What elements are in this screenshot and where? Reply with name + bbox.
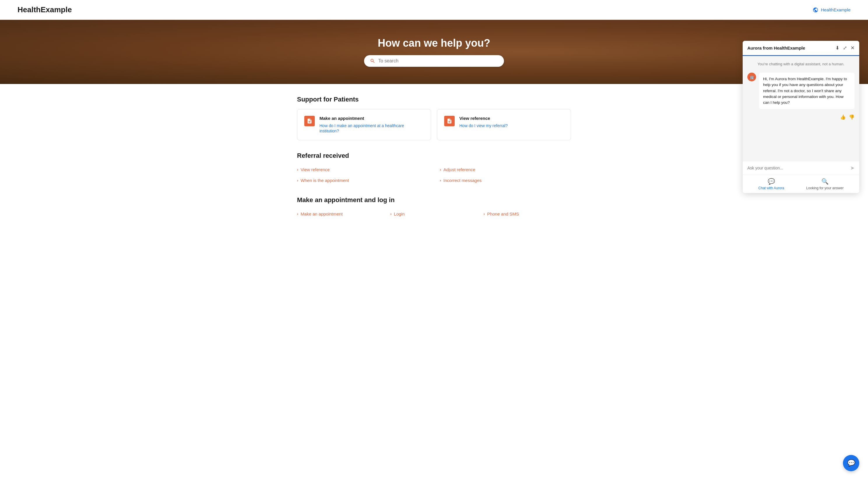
search-input[interactable] xyxy=(378,58,498,64)
header-nav-label[interactable]: HealthExample xyxy=(821,7,850,12)
chevron-icon-2: › xyxy=(440,168,441,172)
chat-header-actions: ⬇ ⤢ ✕ xyxy=(835,45,855,51)
chevron-icon-6: › xyxy=(390,212,392,216)
header-nav-link[interactable]: HealthExample xyxy=(813,7,850,13)
card-content-appointment: Make an appointment How do I make an app… xyxy=(319,116,424,133)
globe-icon xyxy=(813,7,818,13)
chat-feedback: 👍 👎 xyxy=(747,114,855,120)
link-make-appointment[interactable]: › Make an appointment xyxy=(297,210,384,218)
send-button[interactable]: ➤ xyxy=(850,165,855,171)
chat-widget: Aurora from HealthExample ⬇ ⤢ ✕ You're c… xyxy=(743,41,859,193)
appointment-links-grid: › Make an appointment › Login › Phone an… xyxy=(297,210,571,218)
document-icon-2 xyxy=(446,118,452,124)
chat-title: Aurora from HealthExample xyxy=(747,46,805,51)
chat-body: You're chatting with a digital assistant… xyxy=(743,56,859,161)
link-label-make-appointment: Make an appointment xyxy=(301,211,342,216)
chevron-icon-1: › xyxy=(297,168,298,172)
chat-notice: You're chatting with a digital assistant… xyxy=(747,62,855,66)
chevron-icon-5: › xyxy=(297,212,298,216)
main-content: Support for Patients Make an appointment… xyxy=(280,84,588,236)
link-label-incorrect-messages: Incorrect messages xyxy=(443,178,482,183)
chat-footer-chat-label: Chat with Aurora xyxy=(758,186,784,190)
link-label-phone-sms: Phone and SMS xyxy=(487,211,519,216)
link-login[interactable]: › Login xyxy=(390,210,478,218)
card-title-reference: View reference xyxy=(459,116,508,121)
chat-header: Aurora from HealthExample ⬇ ⤢ ✕ xyxy=(743,41,859,56)
expand-icon[interactable]: ⤢ xyxy=(843,45,847,51)
referral-section: Referral received › View reference › Adj… xyxy=(297,152,571,185)
appointment-login-section: Make an appointment and log in › Make an… xyxy=(297,196,571,218)
appointment-login-title: Make an appointment and log in xyxy=(297,196,571,204)
close-icon[interactable]: ✕ xyxy=(850,45,855,51)
link-label-view-reference: View reference xyxy=(301,167,330,172)
hero-title: How can we help you? xyxy=(378,37,490,49)
card-content-reference: View reference How do I view my referral… xyxy=(459,116,508,128)
link-adjust-reference[interactable]: › Adjust reference xyxy=(440,166,571,174)
card-link-appointment[interactable]: How do I make an appointment at a health… xyxy=(319,123,404,133)
support-cards: Make an appointment How do I make an app… xyxy=(297,109,571,140)
link-phone-sms[interactable]: › Phone and SMS xyxy=(484,210,571,218)
chat-message: 🤖 Hi, I'm Aurora from HealthExample. I'm… xyxy=(747,72,855,109)
chat-input-area: ➤ xyxy=(743,161,859,175)
download-icon[interactable]: ⬇ xyxy=(835,45,839,51)
search-icon xyxy=(370,58,375,64)
support-section-title: Support for Patients xyxy=(297,96,571,103)
chat-input[interactable] xyxy=(747,166,847,170)
site-logo: HealthExample xyxy=(18,5,72,14)
link-label-when-appointment: When is the appointment xyxy=(301,178,349,183)
chat-footer-search-label: Looking for your answer xyxy=(806,186,843,190)
chat-footer: 💬 Chat with Aurora 🔍 Looking for your an… xyxy=(743,175,859,193)
thumbdown-icon[interactable]: 👎 xyxy=(849,114,855,120)
hero-section: How can we help you? xyxy=(0,20,868,84)
chevron-icon-7: › xyxy=(484,212,485,216)
card-link-reference[interactable]: How do I view my referral? xyxy=(459,123,508,128)
card-icon-reference xyxy=(444,116,455,126)
link-view-reference[interactable]: › View reference xyxy=(297,166,428,174)
card-make-appointment[interactable]: Make an appointment How do I make an app… xyxy=(297,109,431,140)
thumbup-icon[interactable]: 👍 xyxy=(840,114,846,120)
link-label-login: Login xyxy=(394,211,405,216)
chat-footer-chat[interactable]: 💬 Chat with Aurora xyxy=(758,178,784,190)
referral-links-grid: › View reference › Adjust reference › Wh… xyxy=(297,166,571,185)
card-title-appointment: Make an appointment xyxy=(319,116,424,121)
chat-avatar: 🤖 xyxy=(747,72,756,81)
chat-bubble: Hi, I'm Aurora from HealthExample. I'm h… xyxy=(759,72,855,109)
chevron-icon-4: › xyxy=(440,178,441,183)
card-view-reference[interactable]: View reference How do I view my referral… xyxy=(437,109,571,140)
link-label-adjust-reference: Adjust reference xyxy=(443,167,475,172)
card-icon-appointment xyxy=(304,116,315,126)
header: HealthExample HealthExample xyxy=(0,0,868,20)
search-footer-icon: 🔍 xyxy=(822,178,829,185)
chevron-icon-3: › xyxy=(297,178,298,183)
chat-footer-search[interactable]: 🔍 Looking for your answer xyxy=(806,178,843,190)
link-when-appointment[interactable]: › When is the appointment xyxy=(297,176,428,185)
search-bar[interactable] xyxy=(364,55,504,67)
document-icon xyxy=(307,118,312,124)
referral-section-title: Referral received xyxy=(297,152,571,159)
link-incorrect-messages[interactable]: › Incorrect messages xyxy=(440,176,571,185)
chat-bubble-icon: 💬 xyxy=(768,178,775,185)
